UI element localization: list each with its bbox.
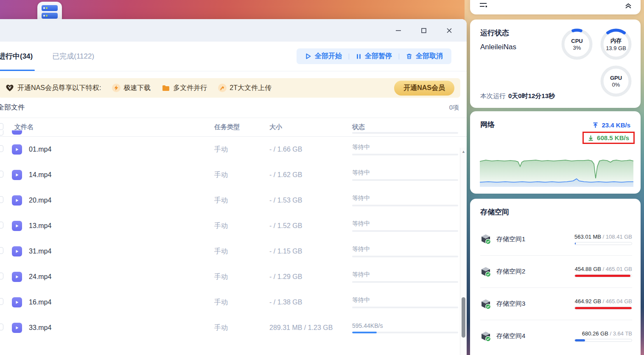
- storage-item[interactable]: 存储空间2 454.88 GB / 465.01 GB: [480, 255, 632, 287]
- table-row[interactable]: 14.mp4 手动 - / 1.62 GB 等待中: [0, 162, 467, 188]
- cpu-gauge: CPU3%: [561, 28, 593, 60]
- row-checkbox[interactable]: [0, 298, 3, 305]
- table-row[interactable]: 20.mp4 手动 - / 1.53 GB 等待中: [0, 188, 467, 213]
- storage-separator: /: [603, 266, 605, 272]
- scrollbar[interactable]: ▲ ▼: [460, 148, 467, 355]
- storage-total: 108.41 GB: [606, 234, 632, 240]
- table-row[interactable]: 33.mp4 手动 289.31 MB / 1.23 GB 595.44KB/s: [0, 315, 467, 341]
- network-title: 网络: [480, 120, 495, 130]
- task-type: 手动: [214, 298, 269, 307]
- task-list-icon[interactable]: [479, 2, 488, 11]
- task-type: 手动: [214, 273, 269, 282]
- row-checkbox[interactable]: [0, 324, 3, 330]
- storage-cube-icon: [480, 299, 491, 310]
- vip-heart-icon: [6, 85, 14, 92]
- maximize-button[interactable]: [417, 24, 430, 37]
- progress-bar: [352, 256, 458, 257]
- file-size: - / 1.66 GB: [269, 146, 352, 153]
- perk-fast-download: 极速下载: [112, 84, 151, 93]
- progress-bar: [352, 205, 458, 206]
- file-name: 33.mp4: [25, 324, 214, 332]
- tab-completed[interactable]: 已完成(1122): [52, 42, 94, 71]
- open-membership-button[interactable]: 开通NAS会员: [394, 81, 454, 96]
- table-row[interactable]: 31.mp4 手动 - / 1.15 GB 等待中: [0, 239, 467, 264]
- storage-separator: /: [610, 330, 611, 337]
- row-checkbox[interactable]: [0, 273, 3, 279]
- banner-intro-text: 开通NAS会员尊享以下特权:: [17, 84, 101, 93]
- upload-arrow-icon: [593, 122, 598, 128]
- file-size: - / 1.29 GB: [269, 273, 352, 281]
- close-button[interactable]: [443, 24, 456, 37]
- perk-label: 极速下载: [123, 84, 151, 93]
- video-file-icon: [12, 297, 22, 307]
- scrollbar-thumb[interactable]: [462, 297, 465, 338]
- storage-usage-bar: [574, 242, 632, 245]
- video-file-icon: [12, 195, 22, 206]
- row-checkbox[interactable]: [0, 171, 3, 178]
- file-size: - / 1.53 GB: [269, 197, 352, 204]
- table-row[interactable]: 01.mp4 手动 - / 1.66 GB 等待中: [0, 137, 467, 162]
- storage-name: 存储空间3: [496, 300, 525, 308]
- network-graph: [480, 156, 633, 187]
- tab-in-progress[interactable]: 进行中(34): [0, 42, 33, 71]
- status-text: 595.44KB/s: [352, 322, 458, 329]
- uptime: 本次运行0天0时12分13秒: [480, 92, 555, 100]
- perk-label: 2T大文件上传: [230, 84, 272, 93]
- perk-label: 多文件并行: [173, 84, 207, 93]
- task-type: 手动: [214, 171, 269, 180]
- progress-bar: [352, 332, 458, 333]
- download-rate-highlighted: 608.5 KB/s: [582, 132, 635, 144]
- file-name: 24.mp4: [25, 273, 214, 281]
- perk-multi-file: 多文件并行: [162, 84, 207, 93]
- file-name: 31.mp4: [25, 248, 214, 255]
- collapse-chevron-icon[interactable]: [624, 2, 632, 11]
- progress-bar: [352, 154, 458, 155]
- storage-item[interactable]: 存储空间1 563.01 MB / 108.41 GB: [480, 223, 632, 255]
- minimize-button[interactable]: [392, 24, 405, 37]
- task-type: 手动: [214, 145, 269, 154]
- task-type: 手动: [214, 247, 269, 256]
- memory-gauge: 内存13.9 GB: [600, 28, 632, 60]
- server-bar-icon: [42, 13, 58, 19]
- cancel-all-button[interactable]: 全部取消: [406, 52, 443, 61]
- task-manager-window: 进行中(34) 已完成(1122) 全部开始 全部暂停 全部取消: [0, 19, 467, 355]
- storage-item[interactable]: 存储空间4 680.26 GB / 3.64 TB: [480, 320, 632, 352]
- table-row[interactable]: 16.mp4 手动 - / 1.38 GB 等待中: [0, 290, 467, 315]
- row-checkbox[interactable]: [0, 196, 3, 203]
- progress-bar: [352, 179, 458, 181]
- row-checkbox[interactable]: [0, 247, 3, 254]
- file-size: - / 1.15 GB: [269, 248, 352, 255]
- window-titlebar: [0, 19, 467, 42]
- status-text: 等待中: [352, 169, 458, 177]
- storage-item[interactable]: 存储空间3 464.92 GB / 465.04 GB: [480, 287, 632, 320]
- folder-icon: [162, 84, 170, 92]
- pause-all-button[interactable]: 全部暂停: [356, 52, 392, 61]
- trash-icon: [406, 53, 412, 59]
- video-file-icon: [12, 221, 22, 231]
- file-name: 01.mp4: [25, 146, 214, 153]
- partially-visible-row: [0, 130, 460, 136]
- table-row[interactable]: 24.mp4 手动 - / 1.29 GB 等待中: [0, 264, 467, 290]
- storage-used: 454.88 GB: [575, 266, 601, 272]
- upload-rate: 23.4 KB/s: [588, 120, 635, 130]
- scroll-up-arrow-icon[interactable]: ▲: [460, 149, 467, 154]
- all-files-label: 全部文件: [0, 103, 25, 112]
- storage-total: 3.64 TB: [613, 330, 632, 337]
- file-size: - / 1.52 GB: [269, 222, 352, 230]
- membership-banner: 开通NAS会员尊享以下特权: 极速下载 多文件并行 2T大文件上传 开通NAS会…: [0, 78, 460, 98]
- select-all-checkbox[interactable]: [0, 123, 3, 130]
- table-header: 文件名 任务类型 大小 状态: [0, 118, 467, 137]
- file-name: 16.mp4: [25, 299, 214, 306]
- storage-name: 存储空间1: [496, 235, 525, 243]
- start-all-button[interactable]: 全部开始: [305, 52, 342, 61]
- table-row[interactable]: 13.mp4 手动 - / 1.52 GB 等待中: [0, 213, 467, 239]
- status-text: 等待中: [352, 194, 458, 202]
- file-name: 13.mp4: [25, 222, 214, 230]
- row-checkbox[interactable]: [0, 222, 3, 228]
- row-checkbox[interactable]: [0, 145, 3, 152]
- task-type: 手动: [214, 324, 269, 332]
- status-text: 等待中: [352, 144, 458, 151]
- storage-total: 465.01 GB: [606, 266, 632, 272]
- storage-cube-icon: [480, 331, 491, 342]
- status-text: 等待中: [352, 271, 458, 279]
